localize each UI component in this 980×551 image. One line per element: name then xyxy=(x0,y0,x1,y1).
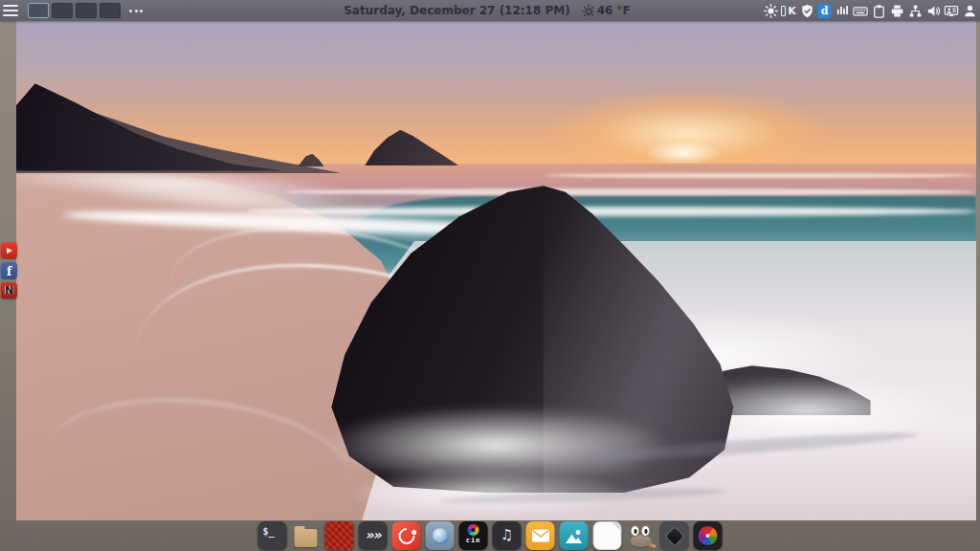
dock: $_ »» cin ♫ xyxy=(258,521,723,550)
clock[interactable]: Saturday, December 27 (12:18 PM) xyxy=(344,4,570,17)
music-note-icon: ♫ xyxy=(501,526,513,543)
dock-photo-manager[interactable] xyxy=(694,521,723,550)
play-icon xyxy=(7,248,12,253)
gimp-wilber-icon xyxy=(628,523,655,549)
shield-check-icon[interactable] xyxy=(799,3,814,18)
clipboard-icon[interactable] xyxy=(871,3,886,18)
desktop-shortcuts: f N xyxy=(1,242,17,298)
dock-red-swirl-app[interactable] xyxy=(392,521,421,550)
cinelerra-label: cin xyxy=(466,538,481,544)
workspace-switcher xyxy=(28,3,121,18)
dock-media-converter[interactable]: »» xyxy=(359,521,388,550)
keyboard-icon[interactable] xyxy=(853,3,868,18)
dock-text-document[interactable] xyxy=(593,521,622,550)
netflix-shortcut[interactable]: N xyxy=(1,282,17,298)
browser-globe-icon xyxy=(432,528,448,544)
dock-inkscape[interactable] xyxy=(660,521,689,550)
folder-icon xyxy=(295,529,318,547)
photo-icon xyxy=(565,528,584,544)
color-wheel-icon xyxy=(468,524,479,536)
circular-arrow-icon xyxy=(394,524,417,547)
weather-sun-icon xyxy=(581,4,594,17)
layout-bar-icon xyxy=(781,6,786,16)
dock-file-manager[interactable] xyxy=(292,521,321,550)
ellipsis-icon xyxy=(129,10,132,12)
network-icon[interactable] xyxy=(907,3,923,18)
dock-music-player[interactable]: ♫ xyxy=(493,521,522,550)
applications-menu-button[interactable] xyxy=(0,0,23,21)
audio-levels-icon[interactable] xyxy=(835,3,850,18)
fast-forward-icon: »» xyxy=(365,527,380,542)
user-icon[interactable] xyxy=(962,3,977,18)
wallpaper xyxy=(16,21,976,520)
terminal-prompt-label: $_ xyxy=(263,526,275,537)
printer-icon[interactable] xyxy=(889,3,904,18)
dock-gimp[interactable] xyxy=(627,521,656,550)
facebook-shortcut[interactable]: f xyxy=(1,262,17,278)
workspace-1[interactable] xyxy=(28,3,49,18)
facebook-f-icon: f xyxy=(7,266,11,277)
volume-icon[interactable] xyxy=(925,3,941,18)
dock-cinelerra[interactable]: cin xyxy=(459,521,488,550)
dock-terminal[interactable]: $_ xyxy=(258,521,287,550)
dock-mail-client[interactable] xyxy=(526,521,555,550)
youtube-shortcut[interactable] xyxy=(1,242,17,258)
inkscape-diamond-icon xyxy=(665,527,682,544)
workspace-4[interactable] xyxy=(100,3,121,18)
dock-red-textured-app[interactable] xyxy=(325,521,354,550)
panel-overflow-button[interactable] xyxy=(129,0,143,21)
dock-chromium-browser[interactable] xyxy=(426,521,455,550)
weather-applet[interactable]: 46 °F xyxy=(581,4,631,17)
layout-letter: K xyxy=(788,5,796,17)
system-tray: K d xyxy=(763,0,977,21)
weather-temperature: 46 °F xyxy=(597,4,631,17)
brightness-icon[interactable] xyxy=(763,3,778,18)
top-panel: Saturday, December 27 (12:18 PM) 46 °F xyxy=(0,0,980,21)
envelope-icon xyxy=(531,529,549,542)
pinwheel-icon xyxy=(699,526,718,545)
d-app-indicator[interactable]: d xyxy=(817,4,832,18)
wallpaper-sun xyxy=(645,141,722,165)
workspace-2[interactable] xyxy=(52,3,73,18)
dock-image-viewer[interactable] xyxy=(560,521,589,550)
clock-weather-group: Saturday, December 27 (12:18 PM) 46 °F xyxy=(344,0,631,21)
screen-share-icon[interactable] xyxy=(944,3,959,18)
hamburger-icon xyxy=(3,5,18,8)
workspace-3[interactable] xyxy=(76,3,97,18)
netflix-n-icon: N xyxy=(5,285,13,296)
keyboard-layout-indicator[interactable]: K xyxy=(781,3,796,18)
